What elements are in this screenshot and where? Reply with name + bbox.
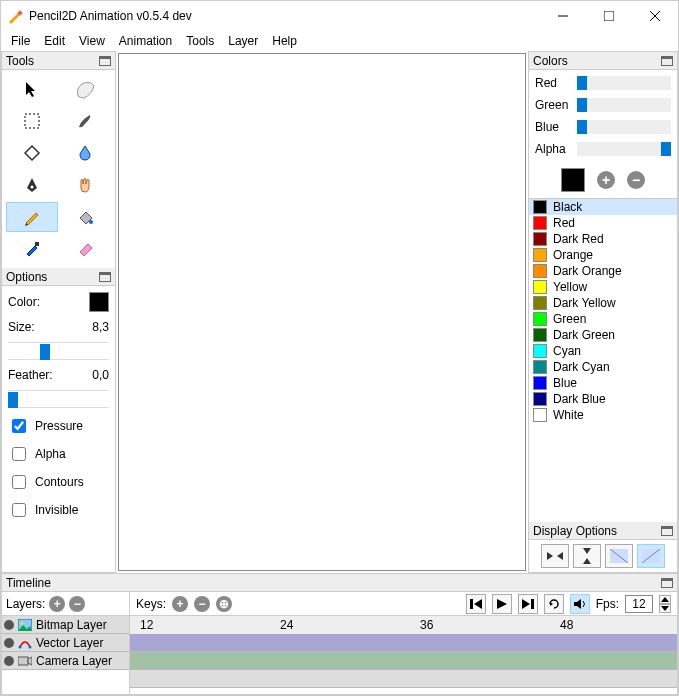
color-list[interactable]: BlackRedDark RedOrangeDark OrangeYellowD… [529,198,677,522]
move-tool[interactable] [6,74,58,104]
fps-up-button[interactable] [659,595,671,604]
color-item[interactable]: Dark Blue [529,391,677,407]
color-name: White [553,408,584,422]
menu-layer[interactable]: Layer [228,34,258,48]
bitmap-track[interactable] [130,634,677,652]
layer-row[interactable]: Vector Layer [2,634,129,652]
menu-file[interactable]: File [11,34,30,48]
invisible-checkbox[interactable]: Invisible [8,500,109,520]
bucket-tool[interactable] [60,202,112,232]
color-chip [533,376,547,390]
close-button[interactable] [632,1,678,31]
menu-help[interactable]: Help [272,34,297,48]
fps-input[interactable] [625,595,653,613]
color-item[interactable]: Yellow [529,279,677,295]
color-chip [533,408,547,422]
tools-grid [2,70,115,268]
remove-layer-button[interactable]: − [69,596,85,612]
keys-label: Keys: [136,597,166,611]
add-key-button[interactable]: + [172,596,188,612]
color-item[interactable]: Orange [529,247,677,263]
pencil-tool[interactable] [6,202,58,232]
polyline-tool[interactable] [6,138,58,168]
next-frame-button[interactable] [518,594,538,614]
timeline-title: Timeline [6,576,51,590]
color-item[interactable]: Blue [529,375,677,391]
add-layer-button[interactable]: + [49,596,65,612]
color-name: Orange [553,248,593,262]
mirror-h-button[interactable] [541,544,569,568]
color-item[interactable]: Dark Orange [529,263,677,279]
pen-tool[interactable] [6,170,58,200]
feather-slider[interactable] [8,390,109,408]
undock-icon[interactable] [661,526,673,536]
minimize-button[interactable] [540,1,586,31]
undock-icon[interactable] [661,578,673,588]
menu-view[interactable]: View [79,34,105,48]
loop-button[interactable] [544,594,564,614]
color-item[interactable]: Green [529,311,677,327]
layers-label: Layers: [6,597,45,611]
brush-tool[interactable] [60,106,112,136]
contours-checkbox[interactable]: Contours [8,472,109,492]
camera-track[interactable] [130,670,677,688]
prev-frame-button[interactable] [466,594,486,614]
alpha-slider[interactable] [577,142,671,156]
play-button[interactable] [492,594,512,614]
color-item[interactable]: Cyan [529,343,677,359]
alpha-checkbox[interactable]: Alpha [8,444,109,464]
smudge-tool[interactable] [60,138,112,168]
eraser-tool[interactable] [60,234,112,264]
bitmap-icon [18,619,32,631]
color-item[interactable]: Black [529,199,677,215]
visibility-toggle[interactable] [4,656,14,666]
add-color-button[interactable]: + [597,171,615,189]
clear-tool[interactable] [60,74,112,104]
vector-track[interactable] [130,652,677,670]
layer-row[interactable]: Bitmap Layer [2,616,129,634]
current-color-swatch[interactable] [561,168,585,192]
onion-next-button[interactable] [637,544,665,568]
maximize-button[interactable] [586,1,632,31]
green-slider[interactable] [577,98,671,112]
display-panel-header: Display Options [529,522,677,540]
undock-icon[interactable] [661,56,673,66]
remove-color-button[interactable]: − [627,171,645,189]
color-item[interactable]: Dark Yellow [529,295,677,311]
remove-key-button[interactable]: − [194,596,210,612]
menu-edit[interactable]: Edit [44,34,65,48]
color-name: Yellow [553,280,587,294]
visibility-toggle[interactable] [4,638,14,648]
blue-slider[interactable] [577,120,671,134]
hand-tool[interactable] [60,170,112,200]
color-item[interactable]: Dark Red [529,231,677,247]
select-tool[interactable] [6,106,58,136]
size-slider[interactable] [8,342,109,360]
timeline-ruler[interactable]: 12 24 36 48 [130,616,677,634]
color-item[interactable]: Red [529,215,677,231]
titlebar: Pencil2D Animation v0.5.4 dev [1,1,678,31]
color-name: Dark Yellow [553,296,616,310]
visibility-toggle[interactable] [4,620,14,630]
red-slider[interactable] [577,76,671,90]
color-item[interactable]: Dark Cyan [529,359,677,375]
drawing-canvas[interactable] [118,53,526,571]
undock-icon[interactable] [99,272,111,282]
color-chip [533,344,547,358]
eyedropper-tool[interactable] [6,234,58,264]
mirror-v-button[interactable] [573,544,601,568]
onion-prev-button[interactable] [605,544,633,568]
pressure-checkbox[interactable]: Pressure [8,416,109,436]
feather-label: Feather: [8,368,53,382]
colors-panel-title: Colors [533,54,568,68]
undock-icon[interactable] [99,56,111,66]
sound-button[interactable] [570,594,590,614]
color-item[interactable]: White [529,407,677,423]
menu-tools[interactable]: Tools [186,34,214,48]
menu-animation[interactable]: Animation [119,34,172,48]
layer-row[interactable]: Camera Layer [2,652,129,670]
fps-down-button[interactable] [659,604,671,613]
duplicate-key-button[interactable]: ⊕ [216,596,232,612]
color-item[interactable]: Dark Green [529,327,677,343]
color-swatch[interactable] [89,292,109,312]
